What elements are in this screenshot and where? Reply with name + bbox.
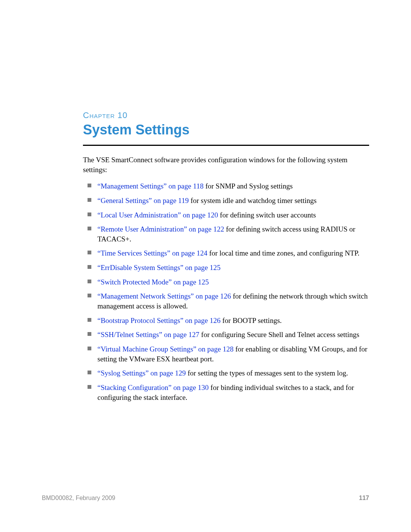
toc-item: “Remote User Administration” on page 122… — [83, 224, 369, 244]
toc-item: “General Settings” on page 119 for syste… — [83, 196, 369, 206]
toc-item: “Local User Administration” on page 120 … — [83, 210, 369, 220]
toc-item-tail: for configuring Secure Shell and Telnet … — [199, 331, 359, 339]
divider — [83, 145, 369, 146]
toc-list: “Management Settings” on page 118 for SN… — [83, 181, 369, 402]
toc-item-tail: for local time and time zones, and confi… — [207, 249, 359, 257]
xref-link[interactable]: “SSH/Telnet Settings” on page 127 — [97, 331, 199, 339]
xref-link[interactable]: “Remote User Administration” on page 122 — [97, 225, 224, 233]
xref-link[interactable]: “Switch Protected Mode” on page 125 — [97, 278, 209, 286]
xref-link[interactable]: “Bootstrap Protocol Settings” on page 12… — [97, 316, 220, 324]
xref-link[interactable]: “Management Settings” on page 118 — [97, 182, 204, 190]
footer-doc-id: BMD00082, February 2009 — [42, 495, 115, 502]
toc-item: “ErrDisable System Settings” on page 125 — [83, 263, 369, 273]
xref-link[interactable]: “Virtual Machine Group Settings” on page… — [97, 345, 234, 353]
xref-link[interactable]: “Management Network Settings” on page 12… — [97, 292, 231, 300]
xref-link[interactable]: “General Settings” on page 119 — [97, 197, 189, 204]
xref-link[interactable]: “Stacking Configuration” on page 130 — [97, 383, 209, 391]
footer-page-number: 117 — [359, 495, 369, 502]
toc-item: “Virtual Machine Group Settings” on page… — [83, 344, 369, 364]
toc-item: “Syslog Settings” on page 129 for settin… — [83, 368, 369, 378]
toc-item: “Switch Protected Mode” on page 125 — [83, 277, 369, 287]
intro-paragraph: The VSE SmartConnect software provides c… — [83, 155, 369, 174]
toc-item: “Management Network Settings” on page 12… — [83, 291, 369, 311]
toc-item-tail: for setting the types of messages sent t… — [186, 369, 348, 377]
toc-item-tail: for BOOTP settings. — [220, 316, 282, 324]
toc-item-tail: for SNMP and Syslog settings — [204, 182, 293, 190]
toc-item-tail: for system idle and watchdog timer setti… — [189, 197, 317, 204]
toc-item: “Time Services Settings” on page 124 for… — [83, 248, 369, 258]
toc-item: “Bootstrap Protocol Settings” on page 12… — [83, 316, 369, 326]
page-content: Chapter 10 System Settings The VSE Smart… — [0, 0, 411, 402]
xref-link[interactable]: “ErrDisable System Settings” on page 125 — [97, 264, 220, 272]
toc-item: “Management Settings” on page 118 for SN… — [83, 181, 369, 191]
xref-link[interactable]: “Syslog Settings” on page 129 — [97, 369, 186, 377]
chapter-title: System Settings — [83, 122, 369, 145]
page-footer: BMD00082, February 2009 117 — [42, 495, 369, 502]
toc-item: “Stacking Configuration” on page 130 for… — [83, 383, 369, 402]
xref-link[interactable]: “Time Services Settings” on page 124 — [97, 249, 207, 257]
chapter-label: Chapter 10 — [83, 110, 369, 120]
xref-link[interactable]: “Local User Administration” on page 120 — [97, 211, 218, 219]
toc-item: “SSH/Telnet Settings” on page 127 for co… — [83, 330, 369, 340]
toc-item-tail: for defining switch user accounts — [218, 211, 316, 219]
